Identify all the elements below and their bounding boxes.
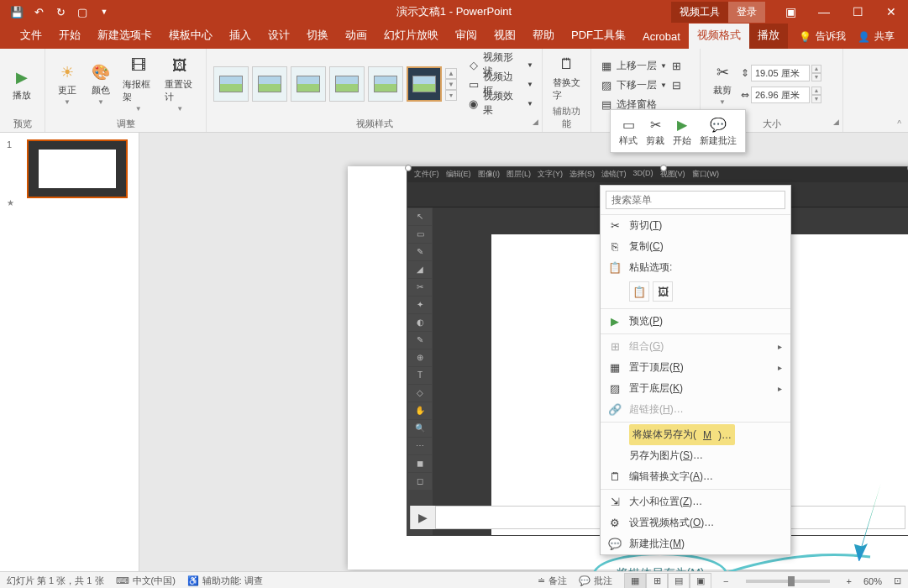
brightness-icon: ☀ bbox=[57, 62, 77, 82]
crop-button[interactable]: ✂裁剪▼ bbox=[707, 60, 737, 108]
comment-icon: 💬 bbox=[607, 537, 622, 552]
redo-icon[interactable]: ↻ bbox=[54, 5, 67, 18]
video-styles-gallery[interactable]: ▲▼▾ bbox=[213, 66, 457, 102]
width-input[interactable]: 26.96 厘米 bbox=[751, 87, 810, 103]
paste-option-1[interactable]: 📋 bbox=[629, 281, 649, 302]
start-icon[interactable]: ▢ bbox=[76, 5, 89, 18]
tab-view[interactable]: 视图 bbox=[485, 23, 524, 49]
mini-start-button[interactable]: ▶开始 bbox=[669, 113, 695, 149]
language-button[interactable]: ⌨中文(中国) bbox=[116, 575, 176, 587]
group-icon[interactable]: ⊟ bbox=[670, 79, 684, 92]
ctx-cut[interactable]: ✂剪切(T) bbox=[601, 215, 790, 236]
tab-slideshow[interactable]: 幻灯片放映 bbox=[375, 23, 447, 49]
tab-template[interactable]: 模板中心 bbox=[160, 23, 221, 49]
maximize-icon[interactable]: ☐ bbox=[841, 0, 874, 24]
ctx-edit-alttext[interactable]: 🗒编辑替换文字(A)… bbox=[601, 466, 790, 487]
dialog-launcher-icon[interactable]: ◢ bbox=[533, 118, 538, 126]
lang-icon: ⌨ bbox=[116, 575, 129, 586]
size-launcher-icon[interactable]: ◢ bbox=[833, 118, 839, 126]
reading-view-button[interactable]: ▤ bbox=[668, 573, 690, 589]
menu-search-input[interactable] bbox=[606, 191, 785, 209]
mini-crop-button[interactable]: ✂剪裁 bbox=[643, 113, 668, 149]
tab-acrobat[interactable]: Acrobat bbox=[634, 25, 689, 49]
video-effects-button[interactable]: ◉视频效果▼ bbox=[465, 94, 535, 113]
tab-animations[interactable]: 动画 bbox=[337, 23, 375, 49]
film-icon: 🎞 bbox=[129, 56, 149, 76]
paste-option-2[interactable]: 🖼 bbox=[653, 281, 673, 302]
zoom-in-button[interactable]: + bbox=[847, 576, 852, 586]
tab-video-format[interactable]: 视频格式 bbox=[689, 23, 749, 49]
tab-help[interactable]: 帮助 bbox=[524, 23, 563, 49]
forward-icon: ▦ bbox=[600, 60, 613, 73]
zoom-out-button[interactable]: − bbox=[723, 576, 728, 586]
undo-icon[interactable]: ↶ bbox=[32, 5, 45, 18]
normal-view-button[interactable]: ▦ bbox=[624, 573, 646, 589]
context-tab-label: 视频工具 bbox=[671, 2, 728, 23]
sorter-view-button[interactable]: ⊞ bbox=[646, 573, 668, 589]
comments-button[interactable]: 💬 批注 bbox=[579, 575, 612, 587]
align-icon[interactable]: ⊞ bbox=[670, 60, 684, 73]
qat-dropdown-icon[interactable]: ▼ bbox=[97, 5, 111, 18]
zoom-slider[interactable] bbox=[746, 580, 830, 583]
slideshow-view-button[interactable]: ▣ bbox=[690, 573, 711, 589]
play-icon: ▶ bbox=[673, 115, 691, 134]
tell-me[interactable]: 💡告诉我 bbox=[799, 29, 846, 44]
accessibility-button[interactable]: ♿辅助功能: 调查 bbox=[187, 575, 263, 587]
mini-style-button[interactable]: ▭样式 bbox=[616, 113, 641, 149]
ctx-preview[interactable]: ▶预览(P) bbox=[601, 311, 790, 332]
login-button[interactable]: 登录 bbox=[728, 2, 765, 23]
ctx-hyperlink: 🔗超链接(H)… bbox=[601, 399, 790, 420]
tab-pdf[interactable]: PDF工具集 bbox=[563, 23, 634, 49]
context-menu: ✂剪切(T) ⎘复制(C) 📋粘贴选项: 📋🖼 ▶预览(P) ⊞组合(G)▸ ▦… bbox=[600, 185, 791, 555]
media-play-button[interactable]: ▶ bbox=[411, 506, 436, 529]
tab-design[interactable]: 设计 bbox=[260, 23, 298, 49]
save-icon[interactable]: 💾 bbox=[10, 5, 24, 18]
tab-home[interactable]: 开始 bbox=[50, 23, 89, 49]
send-backward-button[interactable]: ▨下移一层▼⊟ bbox=[598, 76, 685, 95]
slide-number: 1 bbox=[7, 139, 24, 150]
alt-text-button[interactable]: 🗒替换文字 bbox=[549, 53, 584, 103]
tab-newtab[interactable]: 新建选项卡 bbox=[89, 23, 160, 49]
corrections-button[interactable]: ☀更正▼ bbox=[52, 60, 82, 108]
tab-review[interactable]: 审阅 bbox=[447, 23, 485, 49]
ctx-size-position[interactable]: ⇲大小和位置(Z)… bbox=[601, 491, 790, 512]
cut-icon: ✂ bbox=[607, 218, 622, 234]
ctx-bring-front[interactable]: ▦置于顶层(R)▸ bbox=[601, 357, 790, 378]
gallery-down-icon[interactable]: ▼ bbox=[445, 79, 457, 90]
slide-editor[interactable]: 文件(F)编辑(E)图像(I)图层(L)文字(Y)选择(S)滤镜(T)3D(D)… bbox=[139, 133, 908, 571]
minimize-icon[interactable]: ― bbox=[807, 0, 841, 24]
ctx-send-back[interactable]: ▨置于底层(K)▸ bbox=[601, 378, 790, 399]
share-button[interactable]: 👤共享 bbox=[858, 29, 895, 44]
document-title: 演示文稿1 - PowerPoint bbox=[396, 4, 512, 19]
ctx-new-comment[interactable]: 💬新建批注(M) bbox=[601, 533, 790, 554]
close-icon[interactable]: ✕ bbox=[874, 0, 908, 24]
gallery-up-icon[interactable]: ▲ bbox=[445, 68, 457, 79]
fit-window-button[interactable]: ⊡ bbox=[894, 575, 901, 586]
tab-file[interactable]: 文件 bbox=[12, 23, 50, 49]
tab-transitions[interactable]: 切换 bbox=[298, 23, 337, 49]
ctx-format-video[interactable]: ⚙设置视频格式(O)… bbox=[601, 512, 790, 533]
ribbon-display-icon[interactable]: ▣ bbox=[774, 0, 807, 24]
collapse-ribbon-icon[interactable]: ^ bbox=[897, 119, 901, 129]
play-button[interactable]: ▶播放 bbox=[7, 66, 37, 103]
bring-forward-button[interactable]: ▦上移一层▼⊞ bbox=[598, 57, 685, 76]
ctx-copy[interactable]: ⎘复制(C) bbox=[601, 236, 790, 257]
alttext-icon: 🗒 bbox=[607, 470, 622, 485]
slide-thumbnail[interactable] bbox=[27, 139, 128, 198]
mini-comment-button[interactable]: 💬新建批注 bbox=[696, 113, 740, 149]
zoom-level[interactable]: 60% bbox=[863, 576, 882, 586]
selection-handle[interactable] bbox=[405, 165, 412, 171]
ctx-save-picture[interactable]: 另存为图片(S)… bbox=[601, 445, 790, 466]
reset-design-button[interactable]: 🖼重置设计▼ bbox=[161, 55, 200, 114]
poster-frame-button[interactable]: 🎞海报框架▼ bbox=[119, 55, 158, 114]
ctx-save-media[interactable]: 将媒体另存为(M)… bbox=[601, 424, 790, 445]
notes-button[interactable]: ≐ 备注 bbox=[538, 575, 567, 587]
tab-playback[interactable]: 播放 bbox=[749, 23, 788, 49]
backward-icon: ▨ bbox=[600, 79, 613, 92]
slide-counter: 幻灯片 第 1 张，共 1 张 bbox=[7, 575, 104, 587]
gallery-more-icon[interactable]: ▾ bbox=[445, 90, 457, 101]
height-input[interactable]: 19.05 厘米 bbox=[751, 65, 810, 81]
selection-handle[interactable] bbox=[660, 165, 667, 171]
tab-insert[interactable]: 插入 bbox=[221, 23, 260, 49]
color-button[interactable]: 🎨颜色▼ bbox=[86, 60, 116, 108]
